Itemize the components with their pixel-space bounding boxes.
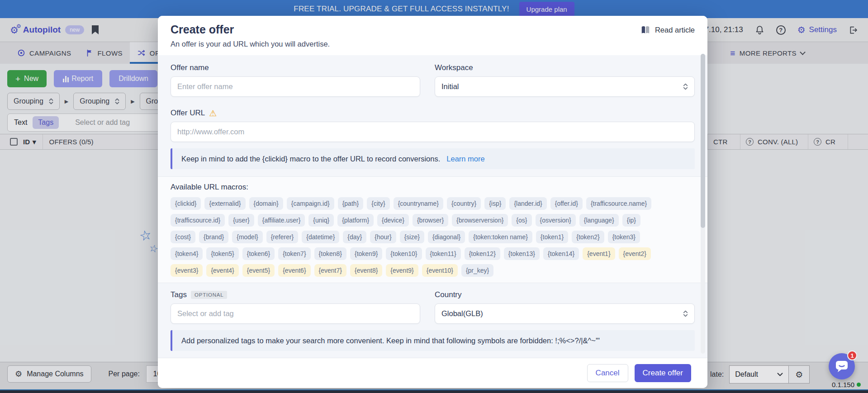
macro-chip[interactable]: {day} xyxy=(343,231,366,243)
macro-chip[interactable]: {event7} xyxy=(314,264,346,277)
book-icon xyxy=(640,26,650,34)
url-macros-section: Available URL macros: {clickid}{external… xyxy=(158,176,707,283)
chat-unread-badge: 1 xyxy=(847,350,857,360)
macro-chip[interactable]: {referer} xyxy=(266,231,299,243)
macro-chip[interactable]: {token:token name} xyxy=(469,231,532,243)
macro-chip[interactable]: {event10} xyxy=(422,264,458,277)
macro-chip[interactable]: {token2} xyxy=(572,231,604,243)
macro-chip[interactable]: {platform} xyxy=(337,214,374,227)
tags-label: Tags OPTIONAL xyxy=(171,290,420,299)
country-label: Country xyxy=(435,290,695,299)
macro-chip[interactable]: {model} xyxy=(232,231,262,243)
macro-chip[interactable]: {cost} xyxy=(171,231,195,243)
bottom-edge-strip xyxy=(0,389,868,393)
modal-scrollbar xyxy=(701,54,705,354)
macro-chip[interactable]: {event6} xyxy=(278,264,310,277)
macro-chip[interactable]: {token9} xyxy=(350,247,382,260)
macro-chip[interactable]: {event4} xyxy=(206,264,238,277)
macro-chip[interactable]: {domain} xyxy=(249,197,283,210)
macro-row: {cost}{brand}{model}{referer}{datetime}{… xyxy=(171,231,695,243)
macro-chip[interactable]: {city} xyxy=(367,197,389,210)
modal-header: Create offer An offer is your ad URL whi… xyxy=(158,16,707,55)
tags-input[interactable] xyxy=(171,303,420,324)
workspace-label: Workspace xyxy=(435,63,695,72)
modal-subtitle: An offer is your ad URL which you will a… xyxy=(171,40,695,48)
macro-row: {event3}{event4}{event5}{event6}{event7}… xyxy=(171,264,695,277)
macro-chip[interactable]: {offer.id} xyxy=(550,197,583,210)
macro-chip[interactable]: {event3} xyxy=(171,264,203,277)
macro-chip[interactable]: {token4} xyxy=(171,247,203,260)
macro-chip[interactable]: {affiliate.user} xyxy=(258,214,305,227)
macro-row: {clickid}{externalid}{domain}{campaign.i… xyxy=(171,197,695,210)
offer-name-input[interactable] xyxy=(171,76,420,97)
macro-chip[interactable]: {path} xyxy=(338,197,364,210)
macro-chip[interactable]: {isp} xyxy=(484,197,506,210)
offer-url-label: Offer URL ⚠ xyxy=(171,109,695,118)
macro-chip[interactable]: {token1} xyxy=(536,231,568,243)
macro-chip[interactable]: {clickid} xyxy=(171,197,201,210)
macro-chip[interactable]: {pr_key} xyxy=(461,264,493,277)
macro-chip[interactable]: {hour} xyxy=(370,231,396,243)
macro-chip[interactable]: {token5} xyxy=(206,247,238,260)
macro-chip[interactable]: {event5} xyxy=(242,264,275,277)
macro-chip[interactable]: {externalid} xyxy=(204,197,245,210)
macro-chip[interactable]: {trafficsource.name} xyxy=(586,197,651,210)
warning-icon: ⚠ xyxy=(209,109,217,118)
macro-chip[interactable]: {token7} xyxy=(278,247,310,260)
workspace-select[interactable]: Initial xyxy=(435,76,695,97)
macro-chip[interactable]: {country} xyxy=(447,197,481,210)
macro-chip[interactable]: {token12} xyxy=(465,247,500,260)
tags-note: Add personalized tags to make your searc… xyxy=(171,330,695,351)
macro-chip[interactable]: {diagonal} xyxy=(428,231,465,243)
macro-chip[interactable]: {device} xyxy=(377,214,409,227)
macro-chip[interactable]: {uniq} xyxy=(308,214,334,227)
macro-chip[interactable]: {token14} xyxy=(543,247,579,260)
macro-chip[interactable]: {event8} xyxy=(350,264,382,277)
macro-chip[interactable]: {token13} xyxy=(504,247,540,260)
create-offer-modal: Create offer An offer is your ad URL whi… xyxy=(158,16,707,388)
read-article-link[interactable]: Read article xyxy=(640,26,695,34)
scrollbar-thumb[interactable] xyxy=(701,54,705,228)
updown-chevron-icon xyxy=(683,83,688,90)
macro-chip[interactable]: {ip} xyxy=(622,214,640,227)
macro-chip[interactable]: {trafficsource.id} xyxy=(171,214,225,227)
macro-chip[interactable]: {countryname} xyxy=(394,197,443,210)
macro-chip[interactable]: {language} xyxy=(579,214,619,227)
macro-chip[interactable]: {lander.id} xyxy=(509,197,546,210)
learn-more-link[interactable]: Learn more xyxy=(446,155,484,163)
macro-row: {token4}{token5}{token6}{token7}{token8}… xyxy=(171,247,695,260)
cancel-button[interactable]: Cancel xyxy=(587,364,628,382)
macro-chip[interactable]: {osversion} xyxy=(536,214,576,227)
offer-name-label: Offer name xyxy=(171,63,420,72)
macro-chip[interactable]: {event9} xyxy=(386,264,418,277)
macro-row: {trafficsource.id}{user}{affiliate.user}… xyxy=(171,214,695,227)
modal-footer: Cancel Create offer xyxy=(158,358,707,388)
macro-chip[interactable]: {user} xyxy=(228,214,254,227)
macro-chip[interactable]: {brand} xyxy=(199,231,228,243)
macro-chip[interactable]: {campaign.id} xyxy=(287,197,334,210)
offer-url-input[interactable] xyxy=(171,122,695,142)
modal-body: Offer name Workspace Initial Offer URL ⚠… xyxy=(158,55,707,358)
macro-chip[interactable]: {token8} xyxy=(314,247,346,260)
macro-chip[interactable]: {datetime} xyxy=(302,231,339,243)
chat-bubble-icon xyxy=(835,360,849,373)
macro-chip[interactable]: {browser} xyxy=(413,214,448,227)
macro-chip[interactable]: {event1} xyxy=(583,247,615,260)
country-select[interactable]: Global(GLB) xyxy=(435,303,695,324)
chat-widget-button[interactable]: 1 xyxy=(829,353,855,379)
macro-chip-rows: {clickid}{externalid}{domain}{campaign.i… xyxy=(171,197,695,277)
macro-chip[interactable]: {browserversion} xyxy=(452,214,508,227)
clickid-note: Keep in mind to add the {clickid} macro … xyxy=(171,148,695,169)
updown-chevron-icon xyxy=(683,310,688,317)
macro-chip[interactable]: {event2} xyxy=(619,247,651,260)
macro-chip[interactable]: {os} xyxy=(512,214,531,227)
create-offer-button[interactable]: Create offer xyxy=(635,364,691,382)
macro-chip[interactable]: {size} xyxy=(400,231,424,243)
macro-chip[interactable]: {token10} xyxy=(386,247,422,260)
macro-chip[interactable]: {token3} xyxy=(608,231,640,243)
macro-chip[interactable]: {token6} xyxy=(242,247,275,260)
macro-chip[interactable]: {token11} xyxy=(426,247,461,260)
macros-title: Available URL macros: xyxy=(171,183,695,192)
modal-title: Create offer xyxy=(171,23,695,36)
optional-badge: OPTIONAL xyxy=(191,291,228,299)
